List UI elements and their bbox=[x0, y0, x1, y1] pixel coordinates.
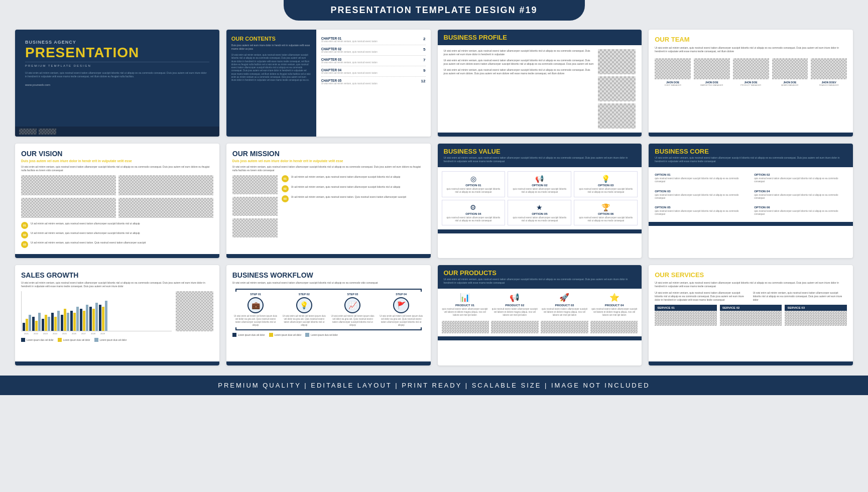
top-header: PRESENTATION TEMPLATE DESIGN #19 bbox=[284, 0, 585, 21]
opt1-desc: quis nostrud exerci tation ullamcorper s… bbox=[445, 188, 502, 194]
slide6-num2: 02 bbox=[282, 185, 289, 192]
member2-role: MARKETING MANAGER bbox=[694, 84, 730, 86]
prod4-desc: quis nostrud exerci tation ullamcorper s… bbox=[591, 308, 638, 317]
slide6-img3 bbox=[232, 218, 278, 237]
opt3-title: OPTION 03 bbox=[577, 184, 634, 187]
bar-3a bbox=[42, 319, 44, 331]
core-opt2-desc: quis nostrud exerci tation ullamcorper s… bbox=[754, 177, 847, 183]
opt6-desc: quis nostrud exerci tation ullamcorper s… bbox=[577, 216, 634, 222]
prod3-icon: 🚀 bbox=[541, 293, 588, 302]
slide2-left: OUR CONTENTS Duis joss autem vel eum iri… bbox=[226, 30, 316, 137]
slide5-img4 bbox=[118, 198, 213, 218]
wf-legend-3: Lorem ipsum duis vel dolor bbox=[305, 333, 338, 337]
slide5-text1: Ut ad minim ad minim veniam, quis nostru… bbox=[31, 222, 140, 225]
year-3: 2023 bbox=[41, 332, 50, 335]
product-2: 📢 PRODUCT 02 quis nostrud exerci tation … bbox=[491, 293, 538, 317]
slide-8: BUSINESS CORE Ut wisi enim ad minim veni… bbox=[649, 144, 853, 258]
member-5: JHON DOEV FINANCE MANAGER bbox=[811, 58, 847, 86]
slide6-bottom-bar bbox=[226, 254, 431, 258]
step1-label: STEP 01 bbox=[232, 293, 279, 296]
slide10-title: BUSINESS WORKFLOW bbox=[232, 271, 425, 279]
slide3-img2 bbox=[598, 76, 636, 101]
legend-dot-1 bbox=[21, 338, 25, 342]
slide3-text1: Ut wisi enim ad minim veniam, quis nostr… bbox=[444, 49, 594, 56]
slide-5: OUR VISION Duis joss autem vel eum iriur… bbox=[15, 144, 219, 258]
slide9-bottom-bar bbox=[15, 361, 219, 365]
opt3-icon: 💡 bbox=[577, 175, 634, 183]
slide5-title: OUR VISION bbox=[21, 150, 213, 158]
wf-label-3: Lorem ipsum duis vel dolor bbox=[311, 334, 338, 336]
opt5-icon: ★ bbox=[511, 203, 568, 211]
slide-10: BUSINESS WORKFLOW Ut wisi enim ad minim … bbox=[226, 265, 431, 365]
slide1-checker2 bbox=[39, 129, 56, 135]
year-1: 2021 bbox=[22, 332, 31, 335]
step-4: STEP 04 🚩 Ut wisi enim ad minim vel lore… bbox=[378, 293, 425, 326]
core-opt4-title: OPTION 04 bbox=[754, 190, 847, 193]
slide4-title: OUR TEAM bbox=[655, 36, 847, 43]
ch2-name: CHAPTER 02 bbox=[321, 47, 378, 51]
member-4: JHON DOE ADMIN MANAGER bbox=[772, 58, 808, 86]
slide-11: OUR PRODUCTS Ut wisi enim ad minim venia… bbox=[438, 265, 642, 365]
bar-9b bbox=[102, 307, 104, 331]
member2-avatar bbox=[694, 58, 730, 79]
svc1-img bbox=[655, 311, 717, 326]
slide8-title: BUSINESS CORE bbox=[655, 148, 847, 155]
bar-7b bbox=[83, 311, 85, 331]
bar-6c bbox=[76, 307, 79, 331]
slide5-grid bbox=[21, 175, 213, 218]
slide-12: OUR SERVICES Ut wisi enim ad minim venia… bbox=[649, 265, 853, 365]
bar-8a bbox=[89, 307, 92, 331]
slide5-items: 01 Ut ad minim ad minim veniam, quis nos… bbox=[21, 222, 213, 248]
wf-dot-2 bbox=[269, 333, 273, 337]
bar-group-7 bbox=[80, 305, 88, 331]
slide8-footer bbox=[649, 222, 853, 226]
slide12-bottom-bar bbox=[649, 361, 853, 365]
prod1-title: PRODUCT 01 bbox=[442, 304, 488, 307]
slide11-checker-row bbox=[438, 321, 642, 336]
bar-group-4 bbox=[51, 311, 60, 331]
legend-dot-3 bbox=[94, 338, 98, 342]
slide5-num2: 02 bbox=[21, 231, 28, 238]
core-opt1-title: OPTION 01 bbox=[655, 173, 748, 176]
slide6-num1: 01 bbox=[282, 175, 289, 182]
slide5-img1 bbox=[21, 175, 116, 195]
bar-4c bbox=[57, 311, 60, 331]
ch1-name: CHAPTER 01 bbox=[321, 37, 378, 40]
ch1-sub: Ut wisi enim ad minim veniam, quis nostr… bbox=[321, 40, 378, 43]
bar-1a bbox=[23, 323, 25, 331]
core-opt-02: OPTION 02 quis nostrud exerci tation ull… bbox=[752, 171, 849, 185]
bar-2a bbox=[32, 317, 35, 331]
prod1-desc: quis nostrud exerci tation ullamcorper s… bbox=[442, 308, 488, 317]
slide9-img bbox=[176, 291, 213, 331]
slide6-item1: 01 Ut ad minim ad minim veniam, quis nos… bbox=[282, 175, 425, 182]
ch1-num: 2 bbox=[423, 37, 425, 43]
bar-9c bbox=[105, 301, 107, 331]
bar-8c bbox=[95, 303, 98, 331]
slide6-img2 bbox=[232, 197, 278, 216]
step4-circle: 🚩 bbox=[393, 297, 409, 313]
slide5-img3 bbox=[21, 198, 116, 218]
slide6-nums: 01 Ut ad minim ad minim veniam, quis nos… bbox=[282, 175, 425, 237]
slide10-steps: STEP 01 💼 Ut wisi enim ad minim vel lore… bbox=[232, 293, 425, 326]
opt5-title: OPTION 05 bbox=[511, 212, 568, 215]
legend-dot-2 bbox=[58, 338, 62, 342]
slide6-imgs bbox=[232, 175, 278, 237]
slide8-options: OPTION 01 quis nostrud exerci tation ull… bbox=[649, 167, 853, 222]
year-2: 2022 bbox=[32, 332, 40, 335]
slide1-title: PRESENTATION bbox=[25, 46, 209, 60]
option-05: ★ OPTION 05 quis nostrud exerci tation u… bbox=[508, 200, 571, 226]
opt2-title: OPTION 02 bbox=[511, 184, 568, 187]
year-4: 2024 bbox=[51, 332, 59, 335]
slide-3: BUSINESS PROFILE Ut wisi enim ad minim v… bbox=[438, 30, 642, 137]
step2-desc: Ut wisi enim ad minim vel lorem ipsum du… bbox=[281, 315, 327, 326]
prod2-desc: quis nostrud exerci tation ullamcorper s… bbox=[491, 308, 538, 317]
slide8-header: BUSINESS CORE Ut wisi enim ad minim veni… bbox=[649, 144, 853, 167]
bar-7a bbox=[80, 309, 82, 331]
slide5-subtitle: Duis joss autem vel eum iriure dolor in … bbox=[21, 159, 213, 163]
slide9-title: SALES GROWTH bbox=[21, 271, 213, 279]
year-8: 2028 bbox=[89, 332, 97, 335]
core-opt3-title: OPTION 03 bbox=[655, 190, 748, 193]
step3-desc: Ut wisi enim ad minim vel lorem ipsum du… bbox=[329, 315, 376, 326]
slide1-subtitle: PREMIUM TEMPLATE DESIGN bbox=[25, 62, 209, 67]
bar-1b bbox=[26, 319, 28, 331]
